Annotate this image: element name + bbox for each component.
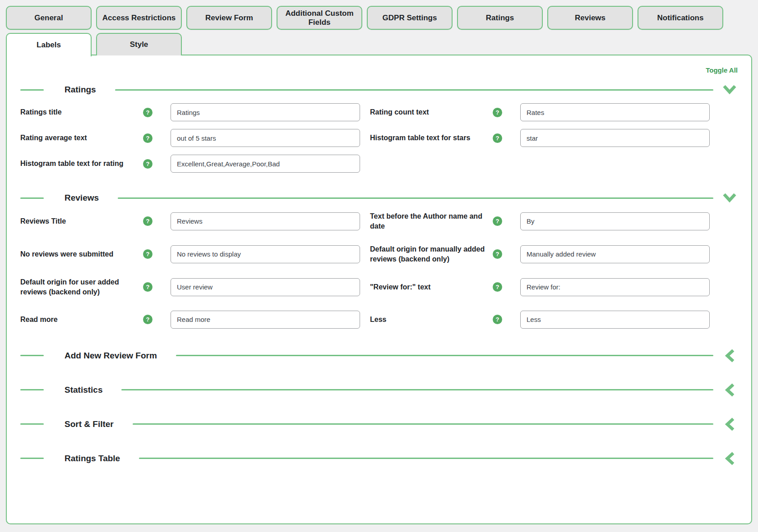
section-header-ratings: Ratings <box>20 83 738 97</box>
section-header-statistics: Statistics <box>20 383 738 397</box>
field-row: Reviews Title ? Text before the Author n… <box>20 211 710 231</box>
field-label: Reviews Title <box>20 216 143 226</box>
field-row: Rating average text ? Histogram table te… <box>20 129 710 147</box>
field-reviews-title: Reviews Title ? <box>20 211 360 231</box>
read-more-input[interactable] <box>171 311 360 329</box>
divider-line <box>115 89 713 91</box>
field-label: Rating average text <box>20 133 143 143</box>
divider-line <box>133 423 713 425</box>
tab-access-restrictions[interactable]: Access Restrictions <box>96 6 182 30</box>
origin-manual-input[interactable] <box>520 245 710 263</box>
tab-notifications[interactable]: Notifications <box>638 6 723 30</box>
chevron-left-icon[interactable] <box>721 452 738 465</box>
histogram-stars-text-input[interactable] <box>520 129 710 147</box>
chevron-left-icon[interactable] <box>721 383 738 397</box>
field-ratings-title: Ratings title ? <box>20 103 360 121</box>
section-title-add-new-review-form: Add New Review Form <box>65 351 157 361</box>
help-icon[interactable]: ? <box>143 315 153 324</box>
main-tab-bar: General Access Restrictions Review Form … <box>6 6 758 30</box>
histogram-rating-text-input[interactable] <box>171 155 360 173</box>
field-label: No reviews were submitted <box>20 249 143 259</box>
section-title-statistics: Statistics <box>65 385 102 395</box>
divider-line <box>176 355 713 356</box>
section-title-ratings: Ratings <box>65 85 96 95</box>
section-title-sort-filter: Sort & Filter <box>65 419 114 429</box>
ratings-title-input[interactable] <box>171 103 360 121</box>
help-icon[interactable]: ? <box>143 133 153 143</box>
divider-line <box>20 197 44 199</box>
help-icon[interactable]: ? <box>493 249 502 259</box>
origin-user-input[interactable] <box>171 278 360 296</box>
help-icon[interactable]: ? <box>493 133 502 143</box>
field-row: Default origin for user added reviews (b… <box>20 277 710 297</box>
help-icon[interactable]: ? <box>493 108 502 117</box>
field-row: Histogram table text for rating ? <box>20 155 710 173</box>
panel-bottom-spacer <box>20 466 738 514</box>
section-header-reviews: Reviews <box>20 191 738 205</box>
help-icon[interactable]: ? <box>493 282 502 292</box>
ratings-fields: Ratings title ? Rating count text ? Rati… <box>20 103 710 173</box>
subtab-labels[interactable]: Labels <box>6 33 92 56</box>
field-label: Rating count text <box>370 107 493 117</box>
help-icon[interactable]: ? <box>493 216 502 226</box>
toggle-all-link[interactable]: Toggle All <box>20 65 738 75</box>
field-no-reviews: No reviews were submitted ? <box>20 244 360 264</box>
sub-tab-bar: Labels Style <box>6 33 758 55</box>
no-reviews-input[interactable] <box>171 245 360 263</box>
field-label: Read more <box>20 315 143 325</box>
field-origin-manual: Default origin for manually added review… <box>370 244 710 264</box>
field-text-before-author: Text before the Author name and date ? <box>370 211 710 231</box>
help-icon[interactable]: ? <box>143 249 153 259</box>
section-header-ratings-table: Ratings Table <box>20 451 738 466</box>
field-row: Ratings title ? Rating count text ? <box>20 103 710 121</box>
field-review-for-text: "Review for:" text ? <box>370 277 710 297</box>
help-icon[interactable]: ? <box>493 315 502 324</box>
field-label: Less <box>370 315 493 325</box>
divider-line <box>20 458 44 459</box>
field-label: Histogram table text for stars <box>370 133 493 143</box>
less-input[interactable] <box>520 311 710 329</box>
tab-general[interactable]: General <box>6 6 92 30</box>
chevron-left-icon[interactable] <box>721 349 738 362</box>
chevron-left-icon[interactable] <box>721 417 738 431</box>
field-label: Text before the Author name and date <box>370 211 493 231</box>
section-header-add-new-review-form: Add New Review Form <box>20 349 738 363</box>
reviews-fields: Reviews Title ? Text before the Author n… <box>20 211 710 329</box>
tab-reviews[interactable]: Reviews <box>547 6 633 30</box>
subtab-style[interactable]: Style <box>96 33 182 55</box>
field-label: Default origin for user added reviews (b… <box>20 277 143 297</box>
section-title-ratings-table: Ratings Table <box>65 454 120 463</box>
field-rating-average-text: Rating average text ? <box>20 129 360 147</box>
tab-ratings[interactable]: Ratings <box>457 6 543 30</box>
field-row: No reviews were submitted ? Default orig… <box>20 244 710 264</box>
divider-line <box>20 423 44 425</box>
section-header-sort-filter: Sort & Filter <box>20 417 738 431</box>
divider-line <box>118 197 713 199</box>
field-row: Read more ? Less ? <box>20 311 710 329</box>
tab-additional-custom-fields[interactable]: Additional Custom Fields <box>277 6 362 30</box>
tab-review-form[interactable]: Review Form <box>186 6 272 30</box>
section-title-reviews: Reviews <box>65 193 99 203</box>
chevron-down-icon[interactable] <box>721 83 738 96</box>
labels-settings-panel: Toggle All Ratings Ratings title ? Ratin… <box>6 55 752 524</box>
field-rating-count-text: Rating count text ? <box>370 103 710 121</box>
help-icon[interactable]: ? <box>143 108 153 117</box>
rating-count-text-input[interactable] <box>520 103 710 121</box>
divider-line <box>139 458 713 459</box>
text-before-author-input[interactable] <box>520 212 710 230</box>
help-icon[interactable]: ? <box>143 159 153 169</box>
help-icon[interactable]: ? <box>143 216 153 226</box>
divider-line <box>20 89 44 91</box>
chevron-down-icon[interactable] <box>721 191 738 205</box>
rating-average-text-input[interactable] <box>171 129 360 147</box>
field-read-more: Read more ? <box>20 311 360 329</box>
reviews-title-input[interactable] <box>171 212 360 230</box>
divider-line <box>121 389 713 390</box>
field-label: "Review for:" text <box>370 282 493 292</box>
tab-gdpr-settings[interactable]: GDPR Settings <box>367 6 453 30</box>
help-icon[interactable]: ? <box>143 282 153 292</box>
review-for-text-input[interactable] <box>520 278 710 296</box>
field-origin-user: Default origin for user added reviews (b… <box>20 277 360 297</box>
field-label: Histogram table text for rating <box>20 159 143 169</box>
field-label: Ratings title <box>20 107 143 117</box>
